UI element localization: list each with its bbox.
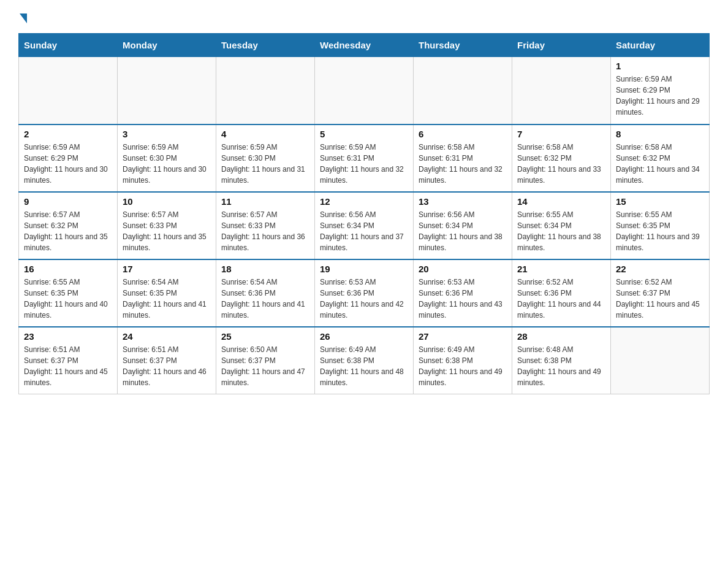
day-info: Sunrise: 6:55 AM Sunset: 6:34 PM Dayligh… (517, 209, 605, 253)
calendar-week-3: 9Sunrise: 6:57 AM Sunset: 6:32 PM Daylig… (19, 192, 710, 259)
calendar-cell: 17Sunrise: 6:54 AM Sunset: 6:35 PM Dayli… (118, 259, 216, 327)
logo (18, 12, 27, 22)
day-info: Sunrise: 6:58 AM Sunset: 6:32 PM Dayligh… (517, 142, 605, 186)
day-info: Sunrise: 6:58 AM Sunset: 6:32 PM Dayligh… (616, 142, 704, 186)
calendar-cell: 8Sunrise: 6:58 AM Sunset: 6:32 PM Daylig… (611, 124, 710, 192)
calendar-table: SundayMondayTuesdayWednesdayThursdayFrid… (18, 33, 710, 394)
calendar-cell: 26Sunrise: 6:49 AM Sunset: 6:38 PM Dayli… (315, 327, 414, 394)
calendar-cell: 27Sunrise: 6:49 AM Sunset: 6:38 PM Dayli… (414, 327, 512, 394)
weekday-header-saturday: Saturday (611, 34, 710, 57)
calendar-cell (118, 57, 216, 124)
day-number: 15 (616, 196, 704, 207)
calendar-cell: 22Sunrise: 6:52 AM Sunset: 6:37 PM Dayli… (611, 259, 710, 327)
day-number: 5 (320, 129, 408, 139)
day-info: Sunrise: 6:55 AM Sunset: 6:35 PM Dayligh… (616, 209, 704, 253)
calendar-cell: 21Sunrise: 6:52 AM Sunset: 6:36 PM Dayli… (512, 259, 611, 327)
calendar-header-row: SundayMondayTuesdayWednesdayThursdayFrid… (19, 34, 710, 57)
day-info: Sunrise: 6:58 AM Sunset: 6:31 PM Dayligh… (419, 142, 507, 186)
day-number: 24 (123, 331, 211, 342)
calendar-week-5: 23Sunrise: 6:51 AM Sunset: 6:37 PM Dayli… (19, 327, 710, 394)
calendar-cell (611, 327, 710, 394)
calendar-cell: 28Sunrise: 6:48 AM Sunset: 6:38 PM Dayli… (512, 327, 611, 394)
day-number: 19 (320, 264, 408, 274)
day-number: 8 (616, 129, 704, 139)
day-number: 21 (517, 264, 605, 274)
calendar-cell: 20Sunrise: 6:53 AM Sunset: 6:36 PM Dayli… (414, 259, 512, 327)
day-number: 16 (24, 264, 112, 274)
calendar-cell: 5Sunrise: 6:59 AM Sunset: 6:31 PM Daylig… (315, 124, 414, 192)
day-number: 7 (517, 129, 605, 139)
calendar-cell: 13Sunrise: 6:56 AM Sunset: 6:34 PM Dayli… (414, 192, 512, 259)
day-info: Sunrise: 6:53 AM Sunset: 6:36 PM Dayligh… (320, 277, 408, 321)
weekday-header-tuesday: Tuesday (216, 34, 315, 57)
calendar-cell (414, 57, 512, 124)
day-number: 1 (616, 61, 704, 71)
day-number: 28 (517, 331, 605, 342)
calendar-cell: 2Sunrise: 6:59 AM Sunset: 6:29 PM Daylig… (19, 124, 118, 192)
day-number: 13 (419, 196, 507, 207)
calendar-week-1: 1Sunrise: 6:59 AM Sunset: 6:29 PM Daylig… (19, 57, 710, 124)
day-info: Sunrise: 6:52 AM Sunset: 6:36 PM Dayligh… (517, 277, 605, 321)
day-number: 25 (221, 331, 309, 342)
day-info: Sunrise: 6:54 AM Sunset: 6:36 PM Dayligh… (221, 277, 309, 321)
day-number: 23 (24, 331, 112, 342)
calendar-cell: 3Sunrise: 6:59 AM Sunset: 6:30 PM Daylig… (118, 124, 216, 192)
calendar-cell: 18Sunrise: 6:54 AM Sunset: 6:36 PM Dayli… (216, 259, 315, 327)
day-number: 9 (24, 196, 112, 207)
calendar-cell: 25Sunrise: 6:50 AM Sunset: 6:37 PM Dayli… (216, 327, 315, 394)
day-number: 20 (419, 264, 507, 274)
day-info: Sunrise: 6:56 AM Sunset: 6:34 PM Dayligh… (320, 209, 408, 253)
day-info: Sunrise: 6:51 AM Sunset: 6:37 PM Dayligh… (123, 344, 211, 388)
calendar-cell: 16Sunrise: 6:55 AM Sunset: 6:35 PM Dayli… (19, 259, 118, 327)
day-number: 6 (419, 129, 507, 139)
calendar-cell: 14Sunrise: 6:55 AM Sunset: 6:34 PM Dayli… (512, 192, 611, 259)
weekday-header-monday: Monday (118, 34, 216, 57)
day-number: 18 (221, 264, 309, 274)
calendar-cell: 10Sunrise: 6:57 AM Sunset: 6:33 PM Dayli… (118, 192, 216, 259)
day-info: Sunrise: 6:59 AM Sunset: 6:30 PM Dayligh… (123, 142, 211, 186)
day-number: 22 (616, 264, 704, 274)
weekday-header-friday: Friday (512, 34, 611, 57)
day-number: 11 (221, 196, 309, 207)
day-info: Sunrise: 6:54 AM Sunset: 6:35 PM Dayligh… (123, 277, 211, 321)
day-info: Sunrise: 6:53 AM Sunset: 6:36 PM Dayligh… (419, 277, 507, 321)
calendar-cell: 9Sunrise: 6:57 AM Sunset: 6:32 PM Daylig… (19, 192, 118, 259)
calendar-cell (216, 57, 315, 124)
calendar-cell: 1Sunrise: 6:59 AM Sunset: 6:29 PM Daylig… (611, 57, 710, 124)
day-info: Sunrise: 6:49 AM Sunset: 6:38 PM Dayligh… (419, 344, 507, 388)
day-info: Sunrise: 6:48 AM Sunset: 6:38 PM Dayligh… (517, 344, 605, 388)
day-number: 10 (123, 196, 211, 207)
day-info: Sunrise: 6:56 AM Sunset: 6:34 PM Dayligh… (419, 209, 507, 253)
day-info: Sunrise: 6:57 AM Sunset: 6:32 PM Dayligh… (24, 209, 112, 253)
day-info: Sunrise: 6:59 AM Sunset: 6:29 PM Dayligh… (24, 142, 112, 186)
calendar-cell: 12Sunrise: 6:56 AM Sunset: 6:34 PM Dayli… (315, 192, 414, 259)
day-number: 4 (221, 129, 309, 139)
weekday-header-sunday: Sunday (19, 34, 118, 57)
logo-triangle-icon (20, 13, 27, 23)
calendar-cell: 6Sunrise: 6:58 AM Sunset: 6:31 PM Daylig… (414, 124, 512, 192)
calendar-week-4: 16Sunrise: 6:55 AM Sunset: 6:35 PM Dayli… (19, 259, 710, 327)
calendar-cell: 4Sunrise: 6:59 AM Sunset: 6:30 PM Daylig… (216, 124, 315, 192)
calendar-cell (19, 57, 118, 124)
day-info: Sunrise: 6:59 AM Sunset: 6:30 PM Dayligh… (221, 142, 309, 186)
day-info: Sunrise: 6:51 AM Sunset: 6:37 PM Dayligh… (24, 344, 112, 388)
day-number: 14 (517, 196, 605, 207)
calendar-cell: 7Sunrise: 6:58 AM Sunset: 6:32 PM Daylig… (512, 124, 611, 192)
calendar-cell: 15Sunrise: 6:55 AM Sunset: 6:35 PM Dayli… (611, 192, 710, 259)
calendar-cell (315, 57, 414, 124)
day-info: Sunrise: 6:57 AM Sunset: 6:33 PM Dayligh… (221, 209, 309, 253)
day-info: Sunrise: 6:55 AM Sunset: 6:35 PM Dayligh… (24, 277, 112, 321)
day-number: 3 (123, 129, 211, 139)
day-info: Sunrise: 6:52 AM Sunset: 6:37 PM Dayligh… (616, 277, 704, 321)
weekday-header-wednesday: Wednesday (315, 34, 414, 57)
day-number: 17 (123, 264, 211, 274)
calendar-cell: 23Sunrise: 6:51 AM Sunset: 6:37 PM Dayli… (19, 327, 118, 394)
day-info: Sunrise: 6:59 AM Sunset: 6:29 PM Dayligh… (616, 74, 704, 118)
day-number: 12 (320, 196, 408, 207)
calendar-cell: 24Sunrise: 6:51 AM Sunset: 6:37 PM Dayli… (118, 327, 216, 394)
day-info: Sunrise: 6:57 AM Sunset: 6:33 PM Dayligh… (123, 209, 211, 253)
calendar-week-2: 2Sunrise: 6:59 AM Sunset: 6:29 PM Daylig… (19, 124, 710, 192)
day-info: Sunrise: 6:49 AM Sunset: 6:38 PM Dayligh… (320, 344, 408, 388)
day-info: Sunrise: 6:50 AM Sunset: 6:37 PM Dayligh… (221, 344, 309, 388)
weekday-header-thursday: Thursday (414, 34, 512, 57)
